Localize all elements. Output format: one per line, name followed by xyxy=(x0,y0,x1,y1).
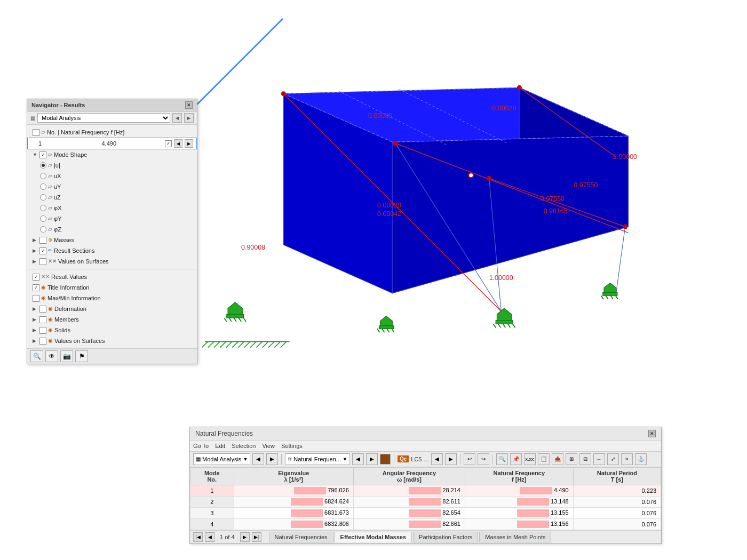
menu-view[interactable]: View xyxy=(262,442,275,450)
svg-line-56 xyxy=(263,341,268,347)
freq-header-checkbox[interactable] xyxy=(33,129,39,136)
page-prev-btn[interactable]: ◀ xyxy=(205,532,214,542)
members-checkbox[interactable] xyxy=(39,316,46,323)
menu-settings[interactable]: Settings xyxy=(281,442,303,450)
analysis-prev-btn[interactable]: ◀ xyxy=(252,453,264,465)
natural-freq-next-btn[interactable]: ▶ xyxy=(366,453,378,465)
tree-item-members[interactable]: ▶ ◉ Members xyxy=(27,314,197,325)
freq-panel-close-btn[interactable]: ✕ xyxy=(648,430,656,437)
svg-line-41 xyxy=(601,295,603,299)
tab-effective-modal[interactable]: Effective Modal Masses xyxy=(335,532,412,542)
tab-natural-freq[interactable]: Natural Frequencies xyxy=(269,532,333,542)
tb-btn-9[interactable]: ⤢ xyxy=(607,453,619,465)
tree-item-phiy[interactable]: ▱ φY xyxy=(27,213,197,224)
freq-check[interactable] xyxy=(165,140,172,147)
deformation-checkbox[interactable] xyxy=(39,306,46,313)
page-last-btn[interactable]: ▶| xyxy=(252,532,261,542)
lc-next-btn[interactable]: ▶ xyxy=(445,453,457,465)
values-surfaces-checkbox[interactable] xyxy=(39,258,46,265)
tree-item-ux[interactable]: ▱ uX xyxy=(27,171,197,181)
solids-checkbox[interactable] xyxy=(39,327,46,334)
camera-icon-btn[interactable]: 📷 xyxy=(60,350,73,362)
phiz-radio[interactable] xyxy=(40,226,46,233)
menu-edit[interactable]: Edit xyxy=(215,442,225,450)
values-btn[interactable]: x.xx xyxy=(524,453,536,465)
natural-freq-icon: ≋ xyxy=(288,456,292,462)
freq-value-row[interactable]: 1 4.490 ◀ ▶ xyxy=(27,138,197,149)
analysis-tb-dropdown[interactable]: ▦ Modal Analysis ▼ xyxy=(193,453,250,465)
natural-freq-dropdown[interactable]: ≋ Natural Frequen... ▼ xyxy=(285,453,350,465)
navigator-close-button[interactable]: ✕ xyxy=(185,101,193,109)
export-btn[interactable]: 📤 xyxy=(552,453,563,465)
masses-checkbox[interactable] xyxy=(39,237,46,244)
tab-participation[interactable]: Participation Factors xyxy=(413,532,478,542)
uz-radio[interactable] xyxy=(40,194,46,201)
phiy-radio[interactable] xyxy=(40,215,46,222)
tb-btn-more[interactable]: » xyxy=(621,453,633,465)
copy-btn[interactable]: 📋 xyxy=(538,453,550,465)
svg-line-25 xyxy=(244,318,247,322)
tree-item-mode-shape[interactable]: ▼ ▱ Mode Shape xyxy=(27,149,197,160)
maxmin-icon: ◉ xyxy=(41,293,46,303)
u-abs-radio[interactable] xyxy=(40,162,46,169)
table-row[interactable]: 4 6832.806 82.661 13.156 0.076 xyxy=(190,518,661,530)
page-first-btn[interactable]: |◀ xyxy=(193,532,203,542)
tree-item-uz[interactable]: ▱ uZ xyxy=(27,192,197,203)
result-sections-checkbox[interactable] xyxy=(39,247,46,254)
natural-freq-prev-btn[interactable]: ◀ xyxy=(352,453,364,465)
tree-item-result-sections[interactable]: ▶ ✏ Result Sections xyxy=(27,245,197,256)
tree-item-masses[interactable]: ▶ ⊕ Masses xyxy=(27,235,197,245)
tree-item-solids[interactable]: ▶ ◉ Solids xyxy=(27,325,197,335)
color-block-btn[interactable] xyxy=(380,454,391,465)
table-row[interactable]: 3 6831.673 82.654 13.155 0.076 xyxy=(190,507,661,518)
lc-prev-btn[interactable]: ◀ xyxy=(431,453,443,465)
3d-viewport[interactable]: 0.00030 0.00028 1.00000 0.97550 0.97550 … xyxy=(187,53,731,400)
values-surfaces-2-checkbox[interactable] xyxy=(39,338,46,345)
filter-btn[interactable]: 🔍 xyxy=(496,453,508,465)
analysis-next-btn[interactable]: ▶ xyxy=(266,453,278,465)
flag-icon-btn[interactable]: ⚑ xyxy=(75,350,88,362)
page-next-btn[interactable]: ▶ xyxy=(240,532,250,542)
deformation-expand: ▶ xyxy=(33,304,38,314)
tab-masses-mesh[interactable]: Masses in Mesh Points xyxy=(479,532,551,542)
freq-next-btn[interactable]: ▶ xyxy=(185,139,193,148)
tree-item-result-values[interactable]: ✕✕ Result Values xyxy=(27,271,197,282)
ux-radio[interactable] xyxy=(40,173,46,179)
tb-btn-6[interactable]: ⊞ xyxy=(566,453,577,465)
tree-item-deformation[interactable]: ▶ ◉ Deformation xyxy=(27,303,197,314)
tree-item-title-info[interactable]: ◉ Title Information xyxy=(27,282,197,293)
cell-angular-2: 82.611 xyxy=(353,496,465,507)
title-info-checkbox[interactable] xyxy=(33,284,39,291)
maxmin-checkbox[interactable] xyxy=(33,295,39,302)
mode-shape-checkbox[interactable] xyxy=(39,151,46,158)
result-values-checkbox[interactable] xyxy=(33,274,39,281)
menu-goto[interactable]: Go To xyxy=(193,442,209,450)
tree-item-phix[interactable]: ▱ φX xyxy=(27,203,197,213)
tree-item-maxmin[interactable]: ◉ Max/Min Information xyxy=(27,293,197,303)
nav-prev-btn[interactable]: ◀ xyxy=(172,113,182,123)
uy-icon: ▱ xyxy=(48,182,52,191)
values-surfaces-2-icon: ◉ xyxy=(48,336,53,346)
table-row[interactable]: 1 796.026 28.214 4.490 0.223 xyxy=(190,485,661,496)
table-row[interactable]: 2 6824.624 82.611 13.148 0.076 xyxy=(190,496,661,507)
tree-item-u-abs[interactable]: ▱ |u| xyxy=(27,160,197,171)
freq-prev-btn[interactable]: ◀ xyxy=(174,139,182,148)
pin-btn[interactable]: 📌 xyxy=(510,453,522,465)
tree-item-freq-header[interactable]: ▱ No. | Natural Frequency f [Hz] xyxy=(27,127,197,138)
nav-next-btn[interactable]: ▶ xyxy=(184,113,194,123)
redo-btn[interactable]: ↪ xyxy=(478,453,489,465)
analysis-dropdown[interactable]: Modal Analysis xyxy=(37,113,170,123)
tree-item-values-surfaces[interactable]: ▶ ✕✕ Values on Surfaces xyxy=(27,256,197,267)
eye-icon-btn[interactable]: 👁 xyxy=(45,350,58,362)
tb-btn-7[interactable]: ⊟ xyxy=(579,453,591,465)
phix-radio[interactable] xyxy=(40,205,46,211)
tb-btn-anchor[interactable]: ⚓ xyxy=(635,453,647,465)
undo-btn[interactable]: ↩ xyxy=(464,453,475,465)
tb-btn-8[interactable]: ↔ xyxy=(593,453,605,465)
uy-radio[interactable] xyxy=(40,183,46,190)
tree-item-values-surfaces-2[interactable]: ▶ ◉ Values on Surfaces xyxy=(27,335,197,346)
tree-item-uy[interactable]: ▱ uY xyxy=(27,181,197,192)
tree-item-phiz[interactable]: ▱ φZ xyxy=(27,224,197,235)
view-icon-btn[interactable]: 🔍 xyxy=(30,350,43,362)
menu-selection[interactable]: Selection xyxy=(232,442,256,450)
